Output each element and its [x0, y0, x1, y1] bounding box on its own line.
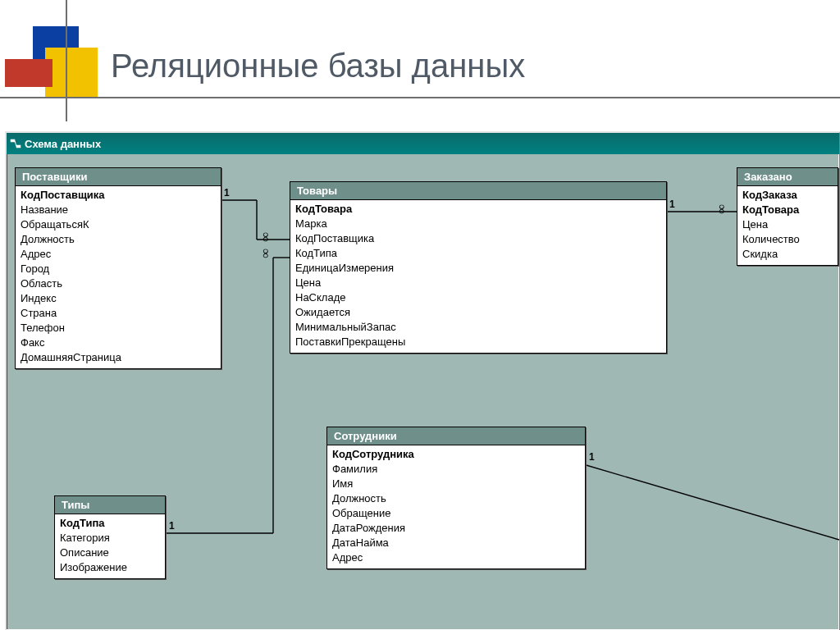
slide-stage: Реляционные базы данных Схема данных Пос… [0, 0, 840, 630]
cardinality-label: ∞ [258, 249, 273, 258]
cardinality-label: 1 [169, 520, 175, 532]
field[interactable]: НаСкладе [295, 290, 661, 305]
cardinality-label: 1 [589, 451, 595, 463]
svg-line-2 [15, 141, 16, 147]
field[interactable]: Изображение [60, 560, 160, 575]
entity-types[interactable]: Типы КодТипа Категория Описание Изображе… [54, 495, 166, 579]
field[interactable]: Город [21, 262, 216, 276]
decor-vertical-line [66, 0, 67, 121]
entity-employees[interactable]: Сотрудники КодСотрудника Фамилия Имя Дол… [326, 427, 586, 569]
entity-suppliers[interactable]: Поставщики КодПоставщика Название Обраща… [15, 167, 221, 369]
field[interactable]: ДатаНайма [332, 536, 580, 550]
window-titlebar[interactable]: Схема данных [7, 133, 839, 154]
svg-rect-0 [11, 139, 15, 142]
decor-block-red [5, 59, 52, 87]
entity-body: КодПоставщика Название ОбращатьсяК Должн… [16, 186, 221, 368]
field[interactable]: Факс [21, 336, 216, 350]
cardinality-label: 1 [669, 199, 675, 210]
entity-ordered[interactable]: Заказано КодЗаказа КодТовара Цена Количе… [737, 167, 838, 266]
field[interactable]: Категория [60, 531, 160, 546]
field[interactable]: ОбращатьсяК [21, 217, 216, 232]
field[interactable]: Цена [742, 217, 833, 232]
field[interactable]: Страна [21, 306, 216, 321]
entity-header: Поставщики [16, 168, 221, 186]
field[interactable]: Обращение [332, 506, 580, 521]
field[interactable]: МинимальныйЗапас [295, 320, 661, 335]
field[interactable]: КодТипа [295, 246, 661, 261]
field[interactable]: ДатаРождения [332, 521, 580, 536]
field[interactable]: Адрес [332, 550, 580, 565]
svg-rect-1 [16, 145, 21, 148]
field[interactable]: КодСотрудника [332, 447, 580, 462]
field[interactable]: Ожидается [295, 305, 661, 320]
field[interactable]: Описание [60, 546, 160, 560]
entity-header: Типы [55, 496, 165, 514]
field[interactable]: Название [21, 203, 216, 217]
field[interactable]: Цена [295, 276, 661, 290]
field[interactable]: Область [21, 276, 216, 291]
slide-title: Реляционные базы данных [111, 48, 525, 84]
field[interactable]: Адрес [21, 247, 216, 262]
field[interactable]: Имя [332, 477, 580, 491]
entity-body: КодЗаказа КодТовара Цена Количество Скид… [737, 186, 838, 265]
field[interactable]: КодТовара [742, 203, 833, 217]
cardinality-label: ∞ [258, 232, 273, 241]
field[interactable]: КодЗаказа [742, 188, 833, 203]
field[interactable]: ДомашняяСтраница [21, 350, 216, 365]
field[interactable]: ПоставкиПрекращены [295, 335, 661, 349]
field[interactable]: КодТовара [295, 202, 661, 217]
field[interactable]: Марка [295, 217, 661, 231]
cardinality-label: ∞ [714, 204, 729, 213]
cardinality-label: 1 [224, 187, 230, 199]
schema-canvas[interactable]: Поставщики КодПоставщика Название Обраща… [7, 154, 839, 630]
entity-header: Заказано [737, 168, 838, 186]
field[interactable]: КодТипа [60, 516, 160, 531]
field[interactable]: КодПоставщика [295, 231, 661, 246]
field[interactable]: Фамилия [332, 462, 580, 477]
entity-header: Сотрудники [327, 427, 585, 445]
schema-window: Схема данных Поставщики КодПоставщика На… [5, 131, 840, 630]
field[interactable]: ЕдиницаИзмерения [295, 261, 661, 276]
decor-horizontal-line [0, 97, 840, 98]
field[interactable]: Количество [742, 232, 833, 247]
svg-line-10 [583, 464, 839, 540]
field[interactable]: Индекс [21, 291, 216, 306]
relationships-icon [10, 138, 21, 149]
entity-body: КодТипа Категория Описание Изображение [55, 514, 165, 578]
field[interactable]: КодПоставщика [21, 188, 216, 203]
field[interactable]: Должность [332, 491, 580, 506]
entity-header: Товары [290, 182, 666, 200]
window-title: Схема данных [25, 138, 101, 150]
field[interactable]: Должность [21, 232, 216, 247]
entity-products[interactable]: Товары КодТовара Марка КодПоставщика Код… [290, 181, 667, 354]
field[interactable]: Телефон [21, 321, 216, 336]
entity-body: КодТовара Марка КодПоставщика КодТипа Ед… [290, 200, 666, 353]
entity-body: КодСотрудника Фамилия Имя Должность Обра… [327, 445, 585, 568]
decor-block-yellow [45, 48, 98, 97]
field[interactable]: Скидка [742, 247, 833, 262]
